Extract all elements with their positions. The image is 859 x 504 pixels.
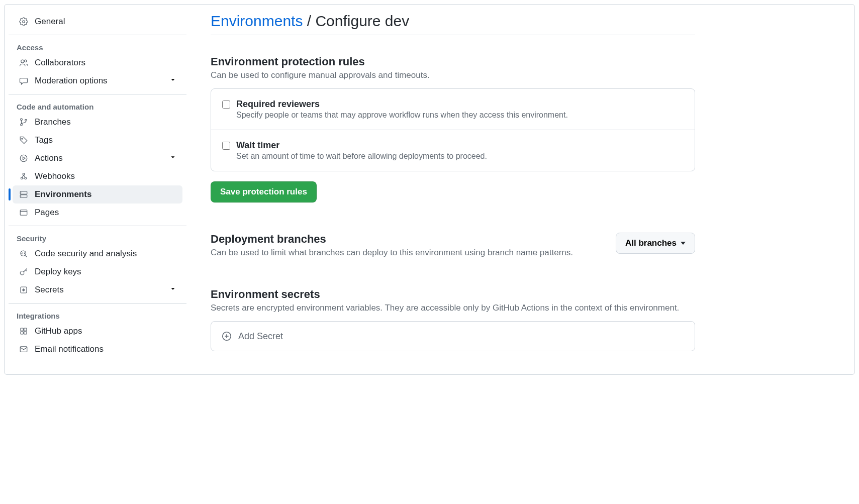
sidebar-item-secrets[interactable]: Secrets: [13, 281, 182, 299]
key-icon: [19, 267, 29, 277]
svg-point-0: [23, 21, 25, 23]
sidebar-item-label: Environments: [35, 189, 91, 199]
wait-timer-checkbox[interactable]: [222, 142, 230, 150]
section-description: Can be used to configure manual approval…: [211, 70, 695, 80]
sidebar-item-branches[interactable]: Branches: [13, 113, 182, 131]
sidebar-item-label: Branches: [35, 117, 71, 127]
rule-description: Specify people or teams that may approve…: [236, 111, 568, 120]
sidebar-item-label: Collaborators: [35, 58, 85, 68]
deployment-branches-section: Deployment branches Can be used to limit…: [211, 233, 695, 258]
sidebar-item-github-apps[interactable]: GitHub apps: [13, 322, 182, 340]
sidebar-item-code-security[interactable]: Code security and analysis: [13, 245, 182, 263]
sidebar-group-header: Security: [9, 230, 186, 245]
svg-rect-22: [24, 328, 27, 331]
section-title: Environment secrets: [211, 288, 695, 301]
sidebar-item-label: Deploy keys: [35, 267, 81, 277]
asterisk-icon: [19, 285, 29, 295]
svg-point-3: [21, 119, 23, 121]
main-content: Environments / Configure dev Environment…: [190, 5, 723, 374]
svg-rect-25: [20, 347, 27, 352]
svg-point-10: [23, 173, 25, 175]
sidebar-item-moderation[interactable]: Moderation options: [13, 72, 182, 90]
sidebar-item-label: Secrets: [35, 285, 64, 295]
add-secret-button[interactable]: Add Secret: [211, 321, 695, 351]
sidebar-item-environments[interactable]: Environments: [13, 185, 182, 204]
sidebar-item-tags[interactable]: Tags: [13, 131, 182, 149]
rule-label: Required reviewers: [236, 99, 568, 110]
mail-icon: [19, 344, 29, 354]
svg-point-6: [22, 138, 23, 139]
rule-required-reviewers: Required reviewers Specify people or tea…: [211, 89, 695, 130]
sidebar-item-pages[interactable]: Pages: [13, 204, 182, 222]
svg-point-5: [25, 119, 27, 121]
sidebar-item-label: General: [35, 17, 65, 27]
save-protection-rules-button[interactable]: Save protection rules: [211, 181, 317, 203]
svg-point-4: [21, 124, 23, 126]
sidebar-item-deploy-keys[interactable]: Deploy keys: [13, 263, 182, 281]
rule-wait-timer: Wait timer Set an amount of time to wait…: [211, 130, 695, 171]
required-reviewers-checkbox[interactable]: [222, 100, 230, 109]
dropdown-label: All branches: [625, 238, 677, 248]
sidebar-group-header: Code and automation: [9, 98, 186, 113]
protection-rules-section: Environment protection rules Can be used…: [211, 55, 695, 203]
sidebar-item-label: Tags: [35, 135, 53, 145]
chevron-down-icon: [169, 153, 176, 163]
svg-point-2: [25, 60, 27, 62]
tag-icon: [19, 135, 29, 145]
svg-rect-15: [20, 210, 27, 216]
caret-down-icon: [681, 242, 686, 245]
breadcrumb-link-environments[interactable]: Environments: [211, 13, 303, 29]
settings-sidebar: General Access Collaborators Moderation …: [5, 5, 190, 374]
browser-icon: [19, 208, 29, 218]
sidebar-item-label: Moderation options: [35, 76, 108, 86]
svg-line-18: [25, 255, 27, 257]
chevron-down-icon: [169, 76, 176, 86]
environment-secrets-section: Environment secrets Secrets are encrypte…: [211, 288, 695, 351]
people-icon: [19, 58, 29, 68]
sidebar-group-header: Integrations: [9, 308, 186, 322]
plus-circle-icon: [221, 331, 232, 342]
sidebar-item-label: Pages: [35, 208, 59, 218]
chevron-down-icon: [169, 285, 176, 295]
section-description: Can be used to limit what branches can d…: [211, 248, 604, 258]
rule-description: Set an amount of time to wait before all…: [236, 152, 487, 161]
sidebar-item-actions[interactable]: Actions: [13, 149, 182, 167]
sidebar-item-label: GitHub apps: [35, 326, 82, 336]
svg-point-1: [21, 60, 24, 63]
webhook-icon: [19, 171, 29, 181]
play-circle-icon: [19, 153, 29, 163]
sidebar-group-header: Access: [9, 39, 186, 54]
add-secret-label: Add Secret: [238, 331, 283, 342]
protection-rules-box: Required reviewers Specify people or tea…: [211, 88, 695, 171]
section-title: Environment protection rules: [211, 55, 695, 68]
branch-icon: [19, 117, 29, 127]
svg-rect-24: [24, 332, 27, 334]
breadcrumb-separator: /: [303, 13, 315, 29]
branches-dropdown[interactable]: All branches: [616, 233, 695, 254]
sidebar-item-collaborators[interactable]: Collaborators: [13, 54, 182, 72]
sidebar-item-label: Webhooks: [35, 171, 75, 181]
sidebar-item-email-notifications[interactable]: Email notifications: [13, 340, 182, 358]
svg-rect-12: [20, 195, 27, 197]
breadcrumb-current: Configure dev: [315, 13, 409, 29]
apps-icon: [19, 326, 29, 336]
svg-point-7: [20, 155, 27, 162]
svg-rect-11: [20, 191, 27, 194]
sidebar-item-label: Actions: [35, 153, 63, 163]
svg-rect-21: [21, 328, 23, 331]
section-description: Secrets are encrypted environment variab…: [211, 303, 695, 313]
rule-label: Wait timer: [236, 140, 487, 151]
section-title: Deployment branches: [211, 233, 604, 246]
sidebar-item-general[interactable]: General: [13, 13, 182, 31]
server-icon: [19, 189, 29, 199]
sidebar-item-webhooks[interactable]: Webhooks: [13, 167, 182, 185]
gear-icon: [19, 17, 29, 27]
comment-icon: [19, 76, 29, 86]
sidebar-item-label: Email notifications: [35, 344, 104, 354]
page-title: Environments / Configure dev: [211, 13, 695, 35]
code-scanning-icon: [19, 249, 29, 259]
sidebar-item-label: Code security and analysis: [35, 249, 137, 259]
svg-rect-23: [21, 332, 23, 334]
